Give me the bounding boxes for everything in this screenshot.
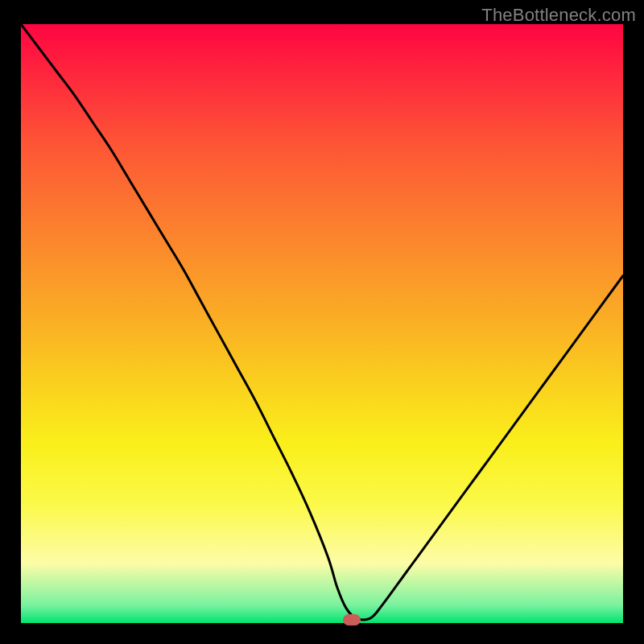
chart-frame: TheBottleneck.com — [0, 0, 644, 644]
bottleneck-curve — [21, 24, 623, 623]
plot-area — [21, 24, 623, 623]
watermark-text: TheBottleneck.com — [481, 5, 636, 26]
optimal-point-marker — [343, 614, 361, 625]
